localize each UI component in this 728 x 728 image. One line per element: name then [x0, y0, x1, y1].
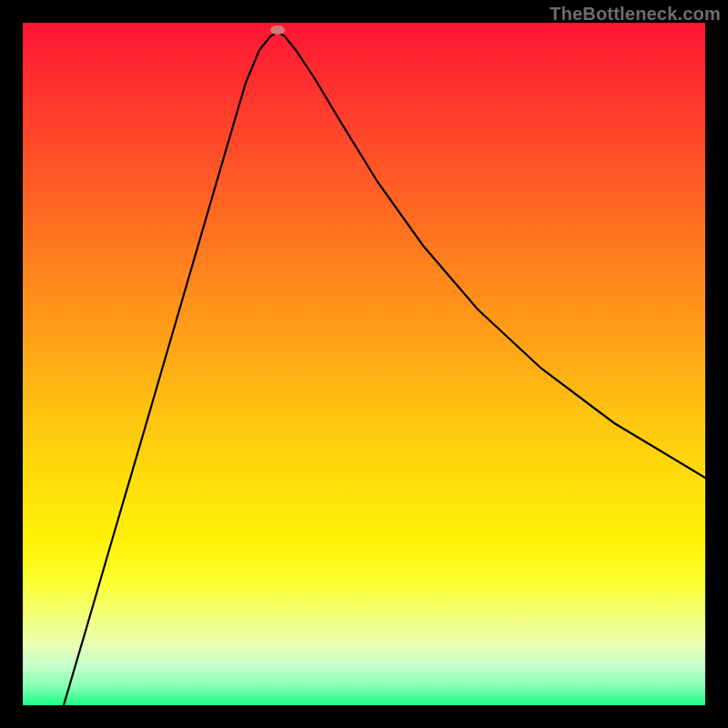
watermark-text: TheBottleneck.com [550, 4, 721, 25]
chart-frame: TheBottleneck.com [0, 0, 728, 728]
optimum-marker [270, 25, 285, 35]
bottleneck-curve [64, 32, 705, 705]
plot-area [23, 23, 705, 705]
curve-layer [23, 23, 705, 705]
